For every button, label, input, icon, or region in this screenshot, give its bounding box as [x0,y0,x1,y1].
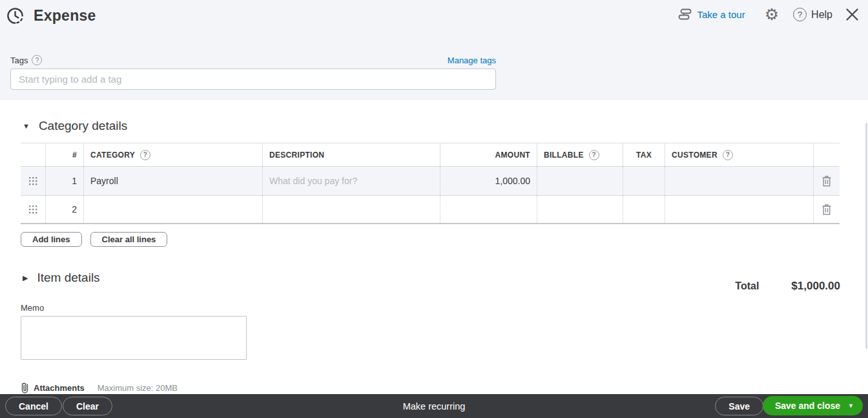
header-billable-label: BILLABLE [544,151,584,160]
total-value: $1,000.00 [791,280,840,293]
header-category: CATEGORY ? [84,143,263,166]
header-line-number: # [46,143,84,166]
header-controls: Take a tour ⚙ ? Help [678,6,859,23]
tags-label-row: Tags ? [10,55,42,65]
drag-handle-icon[interactable] [21,167,46,195]
description-cell[interactable]: What did you pay for? [263,167,440,195]
clear-all-lines-button[interactable]: Clear all lines [90,232,168,247]
customer-help-icon[interactable]: ? [723,150,733,160]
description-cell[interactable] [263,196,440,223]
page-title: Expense [34,7,96,25]
dropdown-arrow-icon[interactable]: ▼ [848,403,854,409]
header-amount: AMOUNT [440,143,537,166]
paperclip-icon [21,382,29,393]
table-header-row: # CATEGORY ? DESCRIPTION AMOUNT BILLABLE… [21,143,840,166]
billable-cell[interactable] [537,196,623,223]
delete-line-trash-icon[interactable] [814,167,840,195]
attachments-row: Attachments Maximum size: 20MB [21,382,178,393]
total-label: Total [735,280,759,292]
manage-tags-link[interactable]: Manage tags [448,56,496,65]
amount-cell[interactable] [440,196,537,223]
customer-cell[interactable] [665,167,814,195]
header-tax: TAX [623,143,665,166]
save-button[interactable]: Save [715,397,763,415]
amount-cell[interactable]: 1,000.00 [440,167,537,195]
help-question-icon: ? [793,8,807,21]
header-drag-col [21,143,46,166]
category-cell[interactable] [84,196,263,223]
line-number: 1 [46,167,84,195]
line-number: 2 [46,196,84,223]
category-details-toggle[interactable]: ▼ Category details [23,119,127,133]
attachments-hint: Maximum size: 20MB [98,383,178,393]
item-details-title: Item details [37,271,99,285]
line-actions: Add lines Clear all lines [21,232,167,247]
header-billable: BILLABLE ? [537,143,623,166]
save-and-close-label: Save and close [775,401,840,411]
tax-cell[interactable] [623,167,665,195]
delete-line-trash-icon[interactable] [814,196,840,223]
billable-help-icon[interactable]: ? [589,150,599,160]
tags-label: Tags [10,56,28,65]
footer-bar: Cancel Clear Make recurring Save Save an… [0,394,868,418]
header-customer: CUSTOMER ? [665,143,814,166]
tags-input[interactable] [10,68,496,90]
header-category-label: CATEGORY [90,151,135,160]
table-row: 2 [21,195,840,224]
make-recurring-button[interactable]: Make recurring [403,394,466,418]
header-actions-col [814,143,840,166]
total-row: Total $1,000.00 [735,280,840,293]
tax-cell[interactable] [623,196,665,223]
collapse-right-icon: ▶ [23,274,28,282]
memo-input[interactable] [21,316,247,360]
vertical-scrollbar[interactable] [865,123,867,349]
memo-label: Memo [21,303,44,313]
header-description: DESCRIPTION [263,143,440,166]
category-details-title: Category details [39,119,127,133]
gear-icon[interactable]: ⚙ [765,6,779,23]
help-button[interactable]: ? Help [793,8,832,21]
table-row: 1 Payroll What did you pay for? 1,000.00 [21,166,840,195]
clear-button[interactable]: Clear [63,397,112,415]
take-a-tour-label: Take a tour [697,9,745,20]
expense-history-clock-icon[interactable] [5,6,25,26]
top-section: Expense Take a tour ⚙ ? Help [0,0,868,100]
category-cell[interactable]: Payroll [84,167,263,195]
category-help-icon[interactable]: ? [140,150,150,160]
header: Expense [5,6,96,26]
take-a-tour-icon [678,8,692,21]
collapse-down-icon: ▼ [23,122,30,130]
billable-cell[interactable] [537,167,623,195]
category-lines-table: # CATEGORY ? DESCRIPTION AMOUNT BILLABLE… [21,143,840,224]
close-icon[interactable] [845,8,859,21]
take-a-tour-link[interactable]: Take a tour [678,8,745,21]
description-placeholder: What did you pay for? [269,176,357,186]
help-label: Help [811,9,832,21]
cancel-button[interactable]: Cancel [5,397,62,415]
expense-form-page: Expense Take a tour ⚙ ? Help [0,0,868,418]
drag-handle-icon[interactable] [21,196,46,223]
item-details-toggle[interactable]: ▶ Item details [23,271,100,285]
add-lines-button[interactable]: Add lines [21,232,82,247]
header-customer-label: CUSTOMER [672,151,718,160]
tags-help-icon[interactable]: ? [32,55,42,65]
attachments-label[interactable]: Attachments [34,383,85,393]
save-and-close-button[interactable]: Save and close ▼ [763,396,863,415]
customer-cell[interactable] [665,196,814,223]
